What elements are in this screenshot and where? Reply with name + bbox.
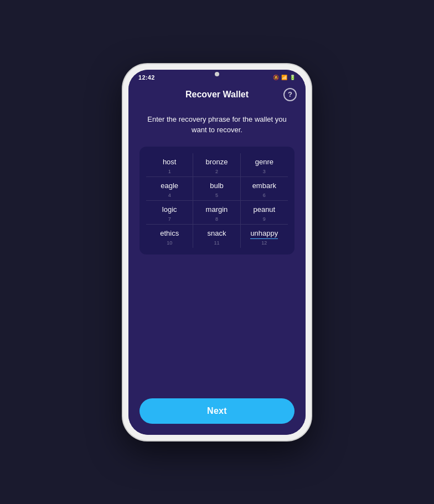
seed-grid: host 1 bronze 2 genre 3 eagle 4 xyxy=(146,153,288,248)
status-time: 12:42 xyxy=(138,74,155,81)
seed-word-8: margin xyxy=(206,205,228,215)
seed-number-4: 4 xyxy=(168,193,171,198)
question-icon: ? xyxy=(288,91,292,98)
seed-word-4: eagle xyxy=(161,181,178,191)
page-header: Recover Wallet ? xyxy=(128,83,306,105)
seed-word-12: unhappy xyxy=(250,229,278,239)
seed-cell-10[interactable]: ethics 10 xyxy=(146,225,193,248)
seed-cell-7[interactable]: logic 7 xyxy=(146,201,193,225)
signal-icon: 🔕 xyxy=(273,75,279,80)
seed-word-7: logic xyxy=(162,205,177,215)
status-icons: 🔕 📶 🔋 xyxy=(273,75,296,80)
seed-number-6: 6 xyxy=(263,193,266,198)
seed-number-5: 5 xyxy=(215,193,218,198)
seed-cell-2[interactable]: bronze 2 xyxy=(193,153,240,177)
page-title: Recover Wallet xyxy=(185,90,249,100)
main-content: Enter the recovery phrase for the wallet… xyxy=(128,105,306,389)
phone-device: 12:42 🔕 📶 🔋 Recover Wallet ? Enter the r… xyxy=(123,64,311,440)
seed-cell-11[interactable]: snack 11 xyxy=(193,225,240,248)
help-button[interactable]: ? xyxy=(283,88,297,101)
seed-cell-6[interactable]: embark 6 xyxy=(241,177,288,201)
seed-cell-3[interactable]: genre 3 xyxy=(241,153,288,177)
seed-cell-12[interactable]: unhappy 12 xyxy=(241,225,288,248)
seed-number-9: 9 xyxy=(263,216,266,222)
seed-cell-9[interactable]: peanut 9 xyxy=(241,201,288,225)
phone-camera xyxy=(215,72,219,76)
seed-number-10: 10 xyxy=(167,240,172,246)
seed-word-2: bronze xyxy=(206,158,228,168)
seed-word-1: host xyxy=(163,158,177,168)
seed-word-6: embark xyxy=(252,181,276,191)
seed-number-2: 2 xyxy=(215,169,218,174)
seed-cell-1[interactable]: host 1 xyxy=(146,153,193,177)
wifi-icon: 📶 xyxy=(281,75,287,80)
seed-number-3: 3 xyxy=(263,169,266,174)
seed-cell-8[interactable]: margin 8 xyxy=(193,201,240,225)
instruction-text: Enter the recovery phrase for the wallet… xyxy=(140,114,294,136)
battery-icon: 🔋 xyxy=(290,75,296,80)
seed-cell-4[interactable]: eagle 4 xyxy=(146,177,193,201)
seed-cell-5[interactable]: bulb 5 xyxy=(193,177,240,201)
seed-number-8: 8 xyxy=(215,216,218,222)
seed-number-12: 12 xyxy=(261,240,267,246)
seed-word-5: bulb xyxy=(210,181,224,191)
next-button[interactable]: Next xyxy=(140,398,294,424)
seed-number-7: 7 xyxy=(168,216,171,222)
seed-word-10: ethics xyxy=(160,229,179,239)
seed-word-3: genre xyxy=(255,158,273,168)
seed-number-1: 1 xyxy=(168,169,171,174)
seed-phrase-container: host 1 bronze 2 genre 3 eagle 4 xyxy=(140,147,294,254)
seed-number-11: 11 xyxy=(214,240,219,246)
footer: Next xyxy=(128,389,306,435)
seed-word-11: snack xyxy=(208,229,226,239)
phone-screen: 12:42 🔕 📶 🔋 Recover Wallet ? Enter the r… xyxy=(128,70,306,435)
seed-word-9: peanut xyxy=(253,205,275,215)
